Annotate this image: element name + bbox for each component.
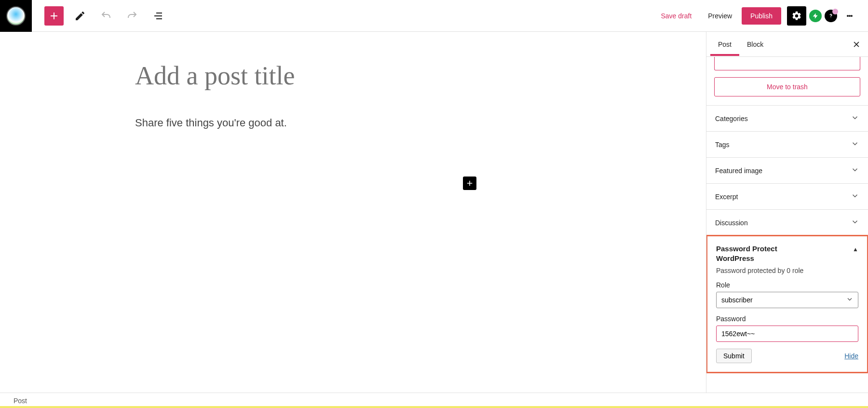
role-label: Role [716, 281, 858, 289]
help-button[interactable] [825, 10, 837, 22]
redo-icon [126, 10, 138, 22]
post-title-input[interactable] [135, 61, 530, 91]
hide-link[interactable]: Hide [844, 352, 858, 360]
add-block-button[interactable] [44, 6, 64, 26]
workspace: Share five things you're good at. Post B… [0, 32, 868, 393]
plus-icon [48, 10, 60, 22]
password-protect-panel: Password Protect WordPress ▲ Password pr… [706, 235, 868, 373]
pencil-icon [74, 10, 86, 22]
chevron-down-icon [851, 113, 859, 123]
svg-point-0 [830, 17, 831, 17]
chevron-down-icon [851, 191, 859, 202]
bolt-icon [812, 13, 819, 19]
sidebar-body: Move to trash Categories Tags Featured i… [706, 57, 868, 393]
panel-tags[interactable]: Tags [706, 131, 868, 157]
tab-block[interactable]: Block [739, 33, 771, 56]
jetpack-button[interactable] [809, 10, 822, 22]
sidebar-tabs: Post Block [706, 32, 868, 57]
preview-button[interactable]: Preview [701, 7, 739, 25]
panel-discussion[interactable]: Discussion [706, 209, 868, 235]
gear-icon [791, 11, 802, 21]
chevron-down-icon [851, 218, 859, 228]
breadcrumb[interactable]: Post [14, 397, 27, 405]
more-options-button[interactable] [840, 6, 859, 26]
toolbar-left [32, 6, 168, 26]
triangle-up-icon[interactable]: ▲ [853, 244, 858, 253]
edit-mode-button[interactable] [70, 6, 90, 26]
chevron-down-icon [851, 165, 859, 176]
redo-button[interactable] [122, 6, 142, 26]
writing-prompt: Share five things you're good at. [135, 117, 530, 129]
panel-label: Categories [715, 115, 748, 122]
outline-icon [152, 10, 164, 22]
password-input[interactable] [716, 326, 858, 342]
editor-canvas[interactable]: Share five things you're good at. [0, 32, 706, 393]
submit-button[interactable]: Submit [716, 349, 752, 363]
panel-label: Excerpt [715, 193, 738, 201]
x-icon [852, 40, 861, 49]
site-logo[interactable] [0, 0, 32, 32]
top-toolbar: Save draft Preview Publish [0, 0, 868, 32]
plus-icon [465, 179, 474, 188]
plugin-title: Password Protect WordPress [716, 244, 813, 263]
panel-featured-image[interactable]: Featured image [706, 157, 868, 183]
toolbar-right: Save draft Preview Publish [654, 6, 868, 26]
partial-panel-edge [714, 57, 860, 70]
breadcrumb-bar: Post [0, 393, 868, 408]
undo-icon [100, 10, 112, 22]
save-draft-button[interactable]: Save draft [654, 7, 698, 25]
site-avatar [6, 6, 26, 26]
notification-dot [832, 9, 838, 14]
undo-button[interactable] [96, 6, 116, 26]
password-label: Password [716, 315, 858, 323]
panel-label: Discussion [715, 219, 748, 227]
plugin-subtitle: Password protected by 0 role [716, 267, 858, 274]
close-sidebar-button[interactable] [849, 37, 864, 52]
panel-label: Featured image [715, 167, 762, 175]
panel-excerpt[interactable]: Excerpt [706, 183, 868, 209]
settings-sidebar: Post Block Move to trash Categories Tags [706, 32, 868, 393]
tab-post[interactable]: Post [710, 33, 739, 56]
settings-toggle[interactable] [787, 6, 806, 26]
move-to-trash-button[interactable]: Move to trash [714, 77, 860, 96]
chevron-down-icon [851, 139, 859, 150]
publish-button[interactable]: Publish [742, 7, 781, 25]
role-select[interactable]: subscriber [716, 292, 858, 308]
panel-categories[interactable]: Categories [706, 105, 868, 131]
document-outline-button[interactable] [149, 6, 168, 26]
panel-label: Tags [715, 141, 730, 149]
inline-add-block-button[interactable] [463, 177, 476, 190]
